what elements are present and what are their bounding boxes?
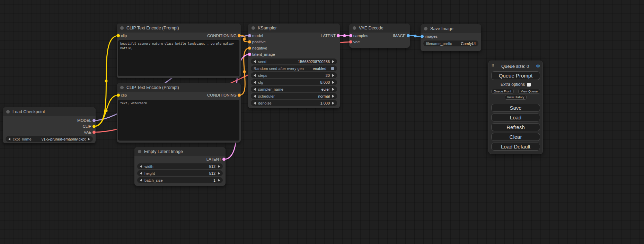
output-slot-latent[interactable] bbox=[222, 158, 226, 161]
widget-filename-prefix[interactable]: filename_prefix ComfyUI bbox=[423, 40, 478, 46]
increment-arrow-icon[interactable] bbox=[332, 74, 334, 77]
wire-midpoint-dot bbox=[414, 35, 417, 37]
decrement-arrow-icon[interactable] bbox=[254, 74, 256, 77]
node-empty-latent-image[interactable]: Empty Latent Image LATENT width 512 heig… bbox=[134, 147, 226, 186]
view-queue-button[interactable]: View Queue bbox=[518, 89, 540, 94]
node-save-image[interactable]: Save Image images filename_prefix ComfyU… bbox=[421, 24, 481, 51]
node-graph-canvas[interactable]: Load Checkpoint MODEL CLIP VAE ckpt_name… bbox=[0, 0, 644, 244]
decrement-arrow-icon[interactable] bbox=[140, 179, 142, 182]
widget-width[interactable]: width 512 bbox=[137, 163, 223, 169]
widget-value: 512 bbox=[209, 171, 215, 175]
increment-arrow-icon[interactable] bbox=[332, 60, 334, 63]
extra-options-checkbox[interactable] bbox=[527, 83, 531, 87]
decrement-arrow-icon[interactable] bbox=[254, 102, 256, 105]
load-button[interactable]: Load bbox=[491, 114, 540, 121]
decrement-arrow-icon[interactable] bbox=[140, 172, 142, 175]
node-ksampler[interactable]: KSampler model LATENT positive negative … bbox=[248, 24, 340, 108]
output-slot-conditioning[interactable] bbox=[238, 94, 241, 97]
output-slot-clip[interactable] bbox=[92, 125, 96, 128]
widget-random-seed-toggle[interactable]: Random seed after every gen enabled bbox=[251, 65, 337, 71]
wire-midpoint-dot bbox=[343, 34, 346, 37]
node-clip-text-encode-positive[interactable]: CLIP Text Encode (Prompt) clip CONDITION… bbox=[117, 24, 241, 78]
collapse-dot-icon[interactable] bbox=[353, 26, 356, 30]
slot-row: positive bbox=[248, 39, 340, 45]
load-default-button[interactable]: Load Default bbox=[491, 143, 540, 151]
extra-options-row: Extra options bbox=[491, 82, 540, 87]
input-slot-samples[interactable] bbox=[349, 34, 352, 37]
refresh-button[interactable]: Refresh bbox=[491, 123, 540, 131]
slot-row: MODEL bbox=[3, 117, 96, 123]
increment-arrow-icon[interactable] bbox=[218, 172, 220, 175]
drag-handle-icon[interactable]: ⠿ bbox=[491, 64, 494, 69]
widget-batch-size[interactable]: batch_size 1 bbox=[137, 177, 223, 183]
widget-value: 8.000 bbox=[320, 80, 330, 84]
increment-arrow-icon[interactable] bbox=[332, 81, 334, 84]
slot-row: VAE bbox=[3, 129, 96, 135]
node-title-text: KSampler bbox=[258, 26, 277, 30]
widget-seed[interactable]: seed 156680208700286 bbox=[251, 58, 337, 64]
view-history-button[interactable]: View History bbox=[505, 95, 527, 100]
node-title-bar[interactable]: Save Image bbox=[421, 24, 481, 33]
decrement-arrow-icon[interactable] bbox=[8, 138, 10, 141]
decrement-arrow-icon[interactable] bbox=[254, 81, 256, 84]
decrement-arrow-icon[interactable] bbox=[254, 95, 256, 98]
save-button[interactable]: Save bbox=[491, 104, 540, 112]
output-slot-vae[interactable] bbox=[92, 130, 96, 134]
node-title-bar[interactable]: CLIP Text Encode (Prompt) bbox=[117, 24, 241, 33]
input-slot-vae[interactable] bbox=[349, 40, 352, 44]
widget-denoise[interactable]: denoise 1.000 bbox=[251, 100, 337, 106]
widget-value: 1.000 bbox=[320, 101, 330, 105]
input-slot-positive[interactable] bbox=[248, 40, 251, 44]
clear-button[interactable]: Clear bbox=[491, 133, 540, 141]
node-title-bar[interactable]: Load Checkpoint bbox=[3, 107, 96, 116]
extra-options-label: Extra options bbox=[501, 82, 525, 87]
widget-name: scheduler bbox=[258, 94, 275, 98]
input-slot-negative[interactable] bbox=[248, 47, 251, 50]
input-slot-latent-image[interactable] bbox=[248, 53, 251, 56]
decrement-arrow-icon[interactable] bbox=[140, 165, 142, 168]
widget-ckpt-name[interactable]: ckpt_name v1-5-pruned-emaonly.ckpt bbox=[6, 136, 93, 142]
collapse-dot-icon[interactable] bbox=[424, 27, 427, 30]
collapse-dot-icon[interactable] bbox=[120, 26, 124, 30]
input-slot-images[interactable] bbox=[421, 35, 424, 38]
input-slot-clip[interactable] bbox=[117, 94, 120, 97]
output-slot-conditioning[interactable] bbox=[238, 34, 241, 37]
node-title-bar[interactable]: KSampler bbox=[248, 24, 340, 33]
node-title-bar[interactable]: Empty Latent Image bbox=[134, 147, 226, 156]
widget-sampler-name[interactable]: sampler_name euler bbox=[251, 86, 337, 92]
widget-cfg[interactable]: cfg 8.000 bbox=[251, 79, 337, 85]
collapse-dot-icon[interactable] bbox=[252, 26, 255, 30]
increment-arrow-icon[interactable] bbox=[218, 165, 220, 168]
toggle-icon[interactable] bbox=[331, 67, 334, 70]
node-clip-text-encode-negative[interactable]: CLIP Text Encode (Prompt) clip CONDITION… bbox=[117, 83, 241, 143]
slot-row: model LATENT bbox=[248, 33, 340, 39]
output-slot-image[interactable] bbox=[407, 34, 410, 37]
node-title-text: CLIP Text Encode (Prompt) bbox=[126, 26, 179, 30]
collapse-dot-icon[interactable] bbox=[120, 86, 124, 89]
decrement-arrow-icon[interactable] bbox=[254, 60, 256, 63]
input-slot-clip[interactable] bbox=[117, 34, 120, 37]
output-slot-model[interactable] bbox=[92, 119, 96, 122]
increment-arrow-icon[interactable] bbox=[218, 179, 220, 182]
widget-scheduler[interactable]: scheduler normal bbox=[251, 93, 337, 99]
node-title-bar[interactable]: VAE Decode bbox=[349, 24, 410, 33]
settings-gear-icon[interactable]: ✻ bbox=[536, 63, 540, 69]
output-slot-latent[interactable] bbox=[337, 34, 340, 37]
node-load-checkpoint[interactable]: Load Checkpoint MODEL CLIP VAE ckpt_name… bbox=[3, 107, 96, 143]
decrement-arrow-icon[interactable] bbox=[254, 88, 256, 91]
collapse-dot-icon[interactable] bbox=[138, 150, 141, 153]
node-title-bar[interactable]: CLIP Text Encode (Prompt) bbox=[117, 83, 241, 92]
queue-front-button[interactable]: Queue Front bbox=[491, 89, 514, 94]
prompt-textarea[interactable]: beautiful scenery nature glass bottle la… bbox=[118, 40, 239, 76]
increment-arrow-icon[interactable] bbox=[332, 95, 334, 98]
collapse-dot-icon[interactable] bbox=[6, 110, 10, 114]
queue-prompt-button[interactable]: Queue Prompt bbox=[491, 71, 540, 80]
node-vae-decode[interactable]: VAE Decode samples IMAGE vae bbox=[349, 24, 410, 48]
widget-steps[interactable]: steps 20 bbox=[251, 72, 337, 78]
increment-arrow-icon[interactable] bbox=[332, 88, 334, 91]
input-slot-model[interactable] bbox=[248, 34, 251, 37]
widget-height[interactable]: height 512 bbox=[137, 170, 223, 176]
prompt-textarea[interactable]: text, watermark bbox=[118, 100, 239, 141]
increment-arrow-icon[interactable] bbox=[88, 138, 90, 141]
increment-arrow-icon[interactable] bbox=[332, 102, 334, 105]
